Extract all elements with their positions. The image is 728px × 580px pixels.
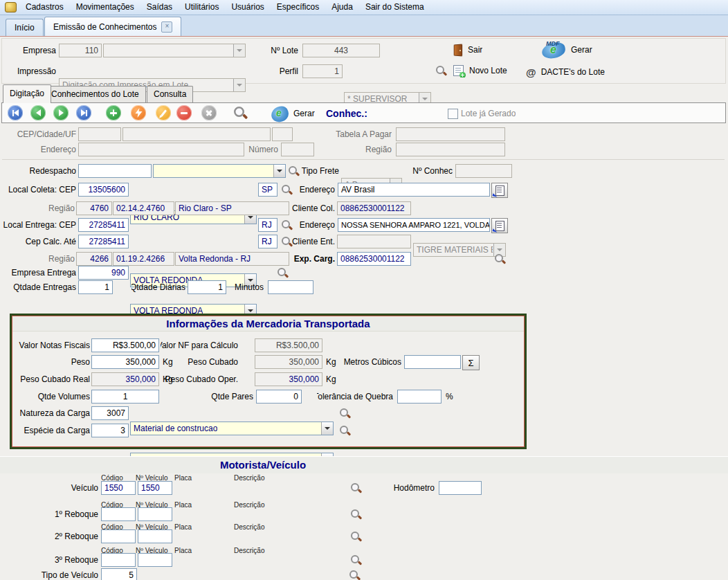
tab-inicio-label: Início [15, 23, 35, 33]
search-veiculo-icon[interactable] [350, 482, 362, 494]
qtdade-entregas-input[interactable]: 1 [78, 280, 113, 294]
qtdade-diarias-input[interactable]: 1 [188, 280, 226, 294]
empresa-combo [103, 44, 246, 57]
empresa-entrega-input[interactable]: 990 [78, 266, 129, 280]
dropdown-button[interactable] [273, 165, 285, 177]
record-toolbar: eGerar Conhec.: Lote já Gerado [1, 102, 726, 123]
peso-cubado-field: 350,000 [255, 355, 322, 369]
search-natureza-icon[interactable] [339, 408, 351, 419]
search-redespacho-icon[interactable] [288, 165, 300, 177]
peso-cubado-label: Peso Cubado [161, 355, 238, 369]
first-record-button[interactable] [8, 105, 23, 120]
last-record-button[interactable] [76, 105, 91, 120]
address-copy-icon [495, 185, 504, 196]
menu-utilitarios[interactable]: Utilitários [179, 0, 225, 15]
search-coleta-icon[interactable] [281, 184, 293, 196]
menu-saidas[interactable]: Saídas [140, 0, 179, 15]
qtde-pares-input[interactable]: 0 [256, 390, 302, 404]
search-reboque3-icon[interactable] [350, 554, 362, 566]
search-record-icon[interactable] [233, 106, 248, 120]
veiculo-num-input[interactable]: 1550 [138, 481, 172, 495]
sum-button[interactable]: Σ [462, 355, 480, 370]
search-exp-carg-icon[interactable] [494, 253, 506, 265]
tab-emissao-conhecimentos[interactable]: Emissão de Conhecimentos × [44, 17, 181, 36]
reboque3-cod-input[interactable] [101, 553, 136, 567]
minutos-input[interactable] [268, 280, 313, 294]
redespacho-combo[interactable] [153, 164, 286, 178]
qtdade-diarias-label: Qtdade Diárias [131, 280, 185, 294]
delete-record-button[interactable] [176, 105, 192, 120]
menu-ajuda[interactable]: Ajuda [325, 0, 359, 15]
hodometro-input[interactable] [439, 481, 482, 495]
dropdown-button[interactable] [321, 422, 333, 435]
coleta-endereco-copy-button[interactable] [491, 183, 508, 198]
dactes-label: DACTE's do Lote [541, 67, 605, 77]
redespacho-cod-input[interactable] [78, 164, 152, 178]
veiculo-cod-input[interactable]: 1550 [101, 481, 136, 495]
execute-button[interactable] [131, 105, 146, 120]
tolerancia-input[interactable] [397, 390, 442, 404]
search-reboque1-icon[interactable] [350, 509, 362, 520]
gerar-cte-button[interactable]: eGerar [271, 105, 315, 123]
tab-digitacao[interactable]: Digitação [3, 84, 51, 103]
reboque1-cod-input[interactable] [101, 507, 136, 521]
menu-movimentacoes[interactable]: Movimentações [70, 0, 140, 15]
menu-sair-do-sistema[interactable]: Sair do Sistema [359, 0, 430, 15]
sair-button[interactable]: Sair [453, 43, 482, 57]
cliente-col-label: Cliente Col. [289, 201, 335, 215]
regiao1-cod-field: 4760 [76, 201, 112, 215]
search-especie-icon[interactable] [339, 425, 351, 437]
entrega-endereco-input[interactable]: NOSSA SENHORA AMPARO 1221, VOLDAC [338, 218, 490, 232]
tab-conhecimentos-do-lote[interactable]: Conhecimentos do Lote [44, 86, 146, 103]
tipo-veiculo-cod-input[interactable]: 5 [101, 568, 137, 580]
dactes-button[interactable]: @DACTE's do Lote [526, 65, 605, 79]
cancel-button[interactable] [201, 105, 217, 120]
reboque2-num-input[interactable] [138, 529, 172, 543]
add-record-button[interactable] [106, 105, 121, 120]
entrega-cep-input[interactable]: 27285411 [78, 218, 129, 232]
coleta-endereco-input[interactable]: AV Brasil [338, 183, 490, 197]
qtde-pares-label: Qtde Pares [194, 390, 253, 404]
especie-cod-input[interactable]: 3 [91, 424, 129, 437]
lote-gerado-checkbox[interactable] [448, 109, 458, 119]
qtde-volumes-input[interactable]: 1 [91, 390, 159, 404]
peso-input[interactable]: 350,000 [91, 355, 159, 369]
redespacho-label: Redespacho [1, 164, 76, 178]
search-perfil-icon[interactable] [435, 65, 447, 77]
natureza-cod-input[interactable]: 3007 [91, 406, 129, 420]
motorista-title: Motorista/Veículo [0, 457, 526, 473]
cep-cidade-uf-label: CEP/Cidade/UF [1, 127, 76, 141]
reboque3-num-input[interactable] [138, 553, 172, 567]
metros-cubicos-input[interactable] [404, 355, 461, 369]
natureza-combo[interactable]: Material de construcao [130, 422, 334, 435]
prev-record-button[interactable] [30, 105, 46, 120]
search-empresa-entrega-icon[interactable] [277, 267, 289, 279]
col-descricao-header: Descrição [234, 547, 264, 554]
cep-calc-input[interactable]: 27285411 [78, 235, 129, 248]
menu-especificos[interactable]: Específicos [271, 0, 325, 15]
coleta-cep-input[interactable]: 13505600 [78, 183, 129, 197]
reboque1-num-input[interactable] [138, 507, 172, 521]
edit-record-button[interactable] [156, 105, 171, 120]
col-placa-header: Placa [174, 501, 192, 509]
exp-carg-cnpj-input[interactable]: 08862530001122 [337, 252, 411, 266]
minutos-label: Minutos [229, 280, 264, 294]
next-record-button[interactable] [53, 105, 69, 120]
dropdown-button [233, 44, 245, 57]
tab-inicio[interactable]: Início [6, 19, 44, 36]
entrega-endereco-copy-button[interactable] [491, 218, 508, 233]
valor-nf-input[interactable]: R$3.500,00 [91, 338, 159, 352]
cliente-col-cnpj-field: 08862530001122 [337, 201, 411, 215]
reboque2-cod-input[interactable] [101, 529, 136, 543]
menu-usuarios[interactable]: Usuários [225, 0, 270, 15]
search-entrega-icon[interactable] [281, 219, 293, 231]
tab-consulta[interactable]: Consulta [147, 86, 193, 103]
gerar-mdfe-button[interactable]: MDFeGerar [540, 41, 592, 59]
search-reboque2-icon[interactable] [350, 531, 362, 543]
menu-cadastros[interactable]: Cadastros [19, 0, 70, 15]
search-tipo-veiculo-icon[interactable] [349, 570, 361, 580]
close-tab-icon[interactable]: × [161, 21, 172, 33]
x-icon [205, 109, 213, 117]
novo-lote-button[interactable]: Novo Lote [453, 64, 507, 78]
chevron-down-icon [248, 309, 253, 312]
